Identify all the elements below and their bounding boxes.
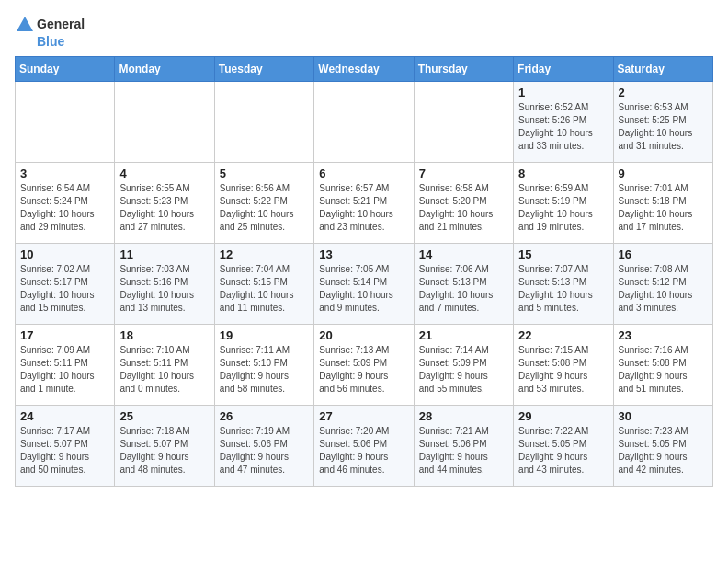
day-info: Sunrise: 6:59 AM Sunset: 5:19 PM Dayligh…	[518, 182, 608, 234]
logo-container: General Blue	[15, 15, 85, 49]
calendar-cell: 8Sunrise: 6:59 AM Sunset: 5:19 PM Daylig…	[514, 163, 613, 244]
day-info: Sunrise: 7:15 AM Sunset: 5:08 PM Dayligh…	[518, 344, 608, 396]
day-number: 22	[518, 328, 608, 342]
svg-marker-0	[17, 17, 33, 31]
calendar-cell: 26Sunrise: 7:19 AM Sunset: 5:06 PM Dayli…	[214, 406, 313, 487]
calendar-row: 3Sunrise: 6:54 AM Sunset: 5:24 PM Daylig…	[16, 163, 713, 244]
calendar-row: 17Sunrise: 7:09 AM Sunset: 5:11 PM Dayli…	[16, 325, 713, 406]
day-number: 26	[220, 409, 309, 423]
calendar-cell: 2Sunrise: 6:53 AM Sunset: 5:25 PM Daylig…	[613, 82, 712, 163]
header: General Blue	[15, 15, 713, 49]
calendar-cell: 27Sunrise: 7:20 AM Sunset: 5:06 PM Dayli…	[314, 406, 414, 487]
day-number: 21	[419, 328, 508, 342]
calendar-cell: 17Sunrise: 7:09 AM Sunset: 5:11 PM Dayli…	[16, 325, 115, 406]
day-number: 29	[518, 409, 608, 423]
calendar-cell: 28Sunrise: 7:21 AM Sunset: 5:06 PM Dayli…	[414, 406, 513, 487]
day-number: 27	[319, 409, 408, 423]
day-info: Sunrise: 7:01 AM Sunset: 5:18 PM Dayligh…	[619, 182, 708, 234]
day-info: Sunrise: 7:10 AM Sunset: 5:11 PM Dayligh…	[119, 344, 209, 396]
day-number: 8	[518, 167, 608, 180]
day-info: Sunrise: 7:20 AM Sunset: 5:06 PM Dayligh…	[319, 425, 408, 477]
day-info: Sunrise: 7:03 AM Sunset: 5:16 PM Dayligh…	[119, 263, 209, 315]
day-number: 2	[619, 86, 708, 99]
calendar-cell: 19Sunrise: 7:11 AM Sunset: 5:10 PM Dayli…	[214, 325, 313, 406]
day-info: Sunrise: 7:13 AM Sunset: 5:09 PM Dayligh…	[319, 344, 408, 396]
logo-general: General	[37, 17, 85, 31]
calendar-cell: 14Sunrise: 7:06 AM Sunset: 5:13 PM Dayli…	[414, 244, 513, 325]
day-number: 16	[619, 247, 708, 261]
calendar-cell: 30Sunrise: 7:23 AM Sunset: 5:05 PM Dayli…	[613, 406, 712, 487]
calendar-cell: 24Sunrise: 7:17 AM Sunset: 5:07 PM Dayli…	[16, 406, 115, 487]
day-header: Saturday	[613, 57, 712, 82]
calendar-row: 24Sunrise: 7:17 AM Sunset: 5:07 PM Dayli…	[16, 406, 713, 487]
calendar-cell: 21Sunrise: 7:14 AM Sunset: 5:09 PM Dayli…	[414, 325, 513, 406]
calendar-cell	[414, 82, 513, 163]
calendar-cell: 16Sunrise: 7:08 AM Sunset: 5:12 PM Dayli…	[613, 244, 712, 325]
calendar-cell: 1Sunrise: 6:52 AM Sunset: 5:26 PM Daylig…	[514, 82, 613, 163]
day-info: Sunrise: 6:52 AM Sunset: 5:26 PM Dayligh…	[518, 101, 608, 153]
day-info: Sunrise: 7:11 AM Sunset: 5:10 PM Dayligh…	[220, 344, 309, 396]
calendar-row: 10Sunrise: 7:02 AM Sunset: 5:17 PM Dayli…	[16, 244, 713, 325]
day-number: 23	[619, 328, 708, 342]
day-number: 20	[319, 328, 408, 342]
calendar-cell: 9Sunrise: 7:01 AM Sunset: 5:18 PM Daylig…	[613, 163, 712, 244]
day-header: Monday	[115, 57, 214, 82]
calendar-cell: 13Sunrise: 7:05 AM Sunset: 5:14 PM Dayli…	[314, 244, 414, 325]
day-info: Sunrise: 7:09 AM Sunset: 5:11 PM Dayligh…	[20, 344, 109, 396]
calendar-cell: 12Sunrise: 7:04 AM Sunset: 5:15 PM Dayli…	[214, 244, 313, 325]
day-number: 15	[518, 247, 608, 261]
day-info: Sunrise: 7:16 AM Sunset: 5:08 PM Dayligh…	[619, 344, 708, 396]
day-number: 12	[220, 247, 309, 261]
calendar-cell: 6Sunrise: 6:57 AM Sunset: 5:21 PM Daylig…	[314, 163, 414, 244]
day-info: Sunrise: 7:18 AM Sunset: 5:07 PM Dayligh…	[119, 425, 209, 477]
day-info: Sunrise: 7:22 AM Sunset: 5:05 PM Dayligh…	[518, 425, 608, 477]
day-info: Sunrise: 6:56 AM Sunset: 5:22 PM Dayligh…	[220, 182, 309, 234]
day-number: 25	[119, 409, 209, 423]
logo-icon	[15, 15, 35, 35]
day-number: 11	[119, 247, 209, 261]
day-info: Sunrise: 7:05 AM Sunset: 5:14 PM Dayligh…	[319, 263, 408, 315]
calendar-cell: 29Sunrise: 7:22 AM Sunset: 5:05 PM Dayli…	[514, 406, 613, 487]
calendar-cell: 20Sunrise: 7:13 AM Sunset: 5:09 PM Dayli…	[314, 325, 414, 406]
day-info: Sunrise: 7:07 AM Sunset: 5:13 PM Dayligh…	[518, 263, 608, 315]
day-number: 17	[20, 328, 109, 342]
calendar-cell: 4Sunrise: 6:55 AM Sunset: 5:23 PM Daylig…	[115, 163, 214, 244]
day-info: Sunrise: 7:23 AM Sunset: 5:05 PM Dayligh…	[619, 425, 708, 477]
calendar-cell: 5Sunrise: 6:56 AM Sunset: 5:22 PM Daylig…	[214, 163, 313, 244]
day-info: Sunrise: 6:58 AM Sunset: 5:20 PM Dayligh…	[419, 182, 508, 234]
calendar-cell: 15Sunrise: 7:07 AM Sunset: 5:13 PM Dayli…	[514, 244, 613, 325]
day-number: 24	[20, 409, 109, 423]
day-number: 5	[220, 167, 309, 180]
day-info: Sunrise: 7:02 AM Sunset: 5:17 PM Dayligh…	[20, 263, 109, 315]
day-number: 9	[619, 167, 708, 180]
calendar-table: SundayMondayTuesdayWednesdayThursdayFrid…	[15, 56, 713, 487]
day-info: Sunrise: 7:04 AM Sunset: 5:15 PM Dayligh…	[220, 263, 309, 315]
days-header-row: SundayMondayTuesdayWednesdayThursdayFrid…	[16, 57, 713, 82]
logo: General Blue	[15, 15, 85, 49]
calendar-cell	[16, 82, 115, 163]
day-info: Sunrise: 7:08 AM Sunset: 5:12 PM Dayligh…	[619, 263, 708, 315]
day-info: Sunrise: 6:55 AM Sunset: 5:23 PM Dayligh…	[119, 182, 209, 234]
day-number: 7	[419, 167, 508, 180]
calendar-cell: 23Sunrise: 7:16 AM Sunset: 5:08 PM Dayli…	[613, 325, 712, 406]
day-header: Friday	[514, 57, 613, 82]
day-header: Sunday	[16, 57, 115, 82]
calendar-row: 1Sunrise: 6:52 AM Sunset: 5:26 PM Daylig…	[16, 82, 713, 163]
day-info: Sunrise: 7:14 AM Sunset: 5:09 PM Dayligh…	[419, 344, 508, 396]
calendar-cell: 25Sunrise: 7:18 AM Sunset: 5:07 PM Dayli…	[115, 406, 214, 487]
calendar-cell: 10Sunrise: 7:02 AM Sunset: 5:17 PM Dayli…	[16, 244, 115, 325]
day-number: 3	[20, 167, 109, 180]
calendar-cell: 18Sunrise: 7:10 AM Sunset: 5:11 PM Dayli…	[115, 325, 214, 406]
day-number: 4	[119, 167, 209, 180]
calendar-cell: 3Sunrise: 6:54 AM Sunset: 5:24 PM Daylig…	[16, 163, 115, 244]
day-info: Sunrise: 7:06 AM Sunset: 5:13 PM Dayligh…	[419, 263, 508, 315]
day-number: 10	[20, 247, 109, 261]
day-header: Tuesday	[214, 57, 313, 82]
logo-blue: Blue	[37, 35, 85, 49]
day-number: 14	[419, 247, 508, 261]
day-number: 18	[119, 328, 209, 342]
day-info: Sunrise: 6:54 AM Sunset: 5:24 PM Dayligh…	[20, 182, 109, 234]
calendar-cell: 7Sunrise: 6:58 AM Sunset: 5:20 PM Daylig…	[414, 163, 513, 244]
day-number: 30	[619, 409, 708, 423]
calendar-cell	[115, 82, 214, 163]
